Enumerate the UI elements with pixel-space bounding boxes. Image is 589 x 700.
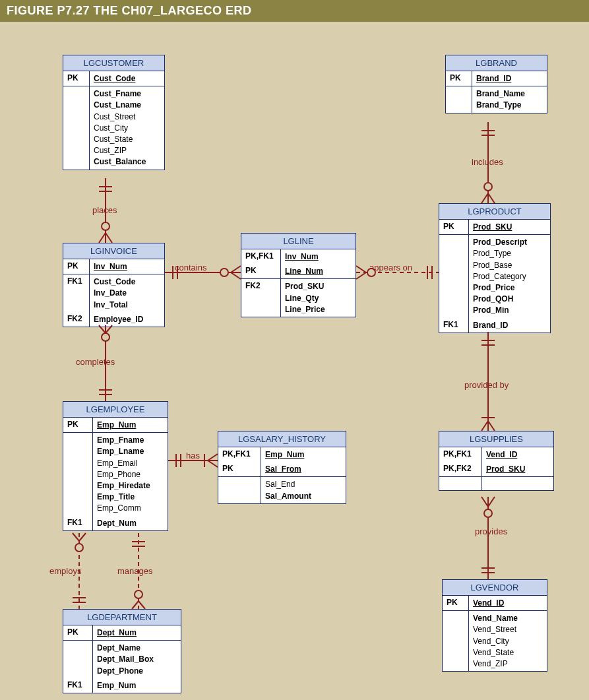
attr: Prod_Type bbox=[473, 248, 546, 259]
pk-label: PK bbox=[446, 71, 472, 86]
key-label: FK2 bbox=[241, 279, 281, 317]
pk-attr: Prod_SKU bbox=[473, 222, 546, 232]
attr: Emp_Lname bbox=[97, 446, 164, 457]
svg-point-39 bbox=[75, 544, 83, 552]
attr: Emp_Phone bbox=[97, 469, 164, 480]
svg-line-52 bbox=[488, 421, 495, 431]
entity-title: LGSUPPLIES bbox=[439, 431, 553, 447]
svg-line-56 bbox=[488, 497, 495, 507]
rel-contains: contains bbox=[175, 263, 206, 272]
entity-title: LGDEPARTMENT bbox=[63, 610, 181, 625]
key-label bbox=[218, 477, 261, 503]
pk-attr: Line_Num bbox=[285, 266, 352, 276]
attr: Brand_Type bbox=[476, 100, 543, 110]
entity-title: LGINVOICE bbox=[63, 243, 164, 259]
entity-title: LGCUSTOMER bbox=[63, 55, 164, 71]
rel-provided-by: provided by bbox=[464, 380, 509, 390]
entity-title: LGLINE bbox=[241, 234, 356, 249]
pk-attr: Vend_ID bbox=[486, 449, 549, 460]
attr: Dept_Name bbox=[97, 643, 177, 653]
entity-title: LGSALARY_HISTORY bbox=[218, 431, 346, 447]
entity-lgvendor: LGVENDOR PK Vend_ID Vend_Name Vend_Stree… bbox=[442, 579, 547, 672]
attr: Cust_Street bbox=[94, 111, 160, 122]
svg-line-55 bbox=[481, 497, 488, 507]
key-label: FK1 bbox=[63, 516, 93, 530]
attr: Prod_QOH bbox=[473, 294, 546, 304]
svg-line-9 bbox=[231, 266, 241, 272]
attr: Cust_Code bbox=[94, 276, 160, 287]
attr: Prod_Min bbox=[473, 305, 546, 315]
pk-label: PK bbox=[63, 625, 93, 640]
attr: Emp_Comm bbox=[97, 503, 164, 513]
pk-label: PK bbox=[63, 71, 90, 86]
pk-attr: Inv_Num bbox=[285, 251, 352, 262]
entity-lgdepartment: LGDEPARTMENT PK Dept_Num Dept_Name Dept_… bbox=[63, 609, 181, 693]
pk-label: PK bbox=[241, 264, 281, 278]
key-label bbox=[439, 235, 469, 317]
entity-lgcustomer: LGCUSTOMER PK Cust_Code Cust_Fname Cust_… bbox=[63, 55, 165, 170]
attr: Cust_State bbox=[94, 134, 160, 144]
key-label: FK1 bbox=[439, 318, 469, 333]
attr: Employee_ID bbox=[94, 314, 160, 325]
rel-appears-on: appears on bbox=[369, 263, 412, 272]
rel-includes: includes bbox=[472, 157, 503, 167]
key-label bbox=[63, 433, 93, 515]
attr: Prod_Category bbox=[473, 271, 546, 282]
attr: Cust_ZIP bbox=[94, 145, 160, 156]
attr: Brand_ID bbox=[473, 320, 546, 331]
attr: Brand_Name bbox=[476, 88, 543, 99]
pk-label: PK bbox=[439, 220, 469, 234]
entity-lgsalary-history: LGSALARY_HISTORY PK,FK1 Emp_Num PK Sal_F… bbox=[218, 431, 346, 504]
attr: Emp_Hiredate bbox=[97, 480, 164, 491]
svg-line-5 bbox=[106, 233, 112, 243]
svg-line-33 bbox=[208, 454, 218, 461]
pk-attr: Emp_Num bbox=[265, 449, 342, 460]
pk-attr: Dept_Num bbox=[97, 627, 177, 638]
svg-line-22 bbox=[481, 193, 488, 203]
svg-line-13 bbox=[356, 266, 366, 272]
key-label bbox=[63, 86, 90, 169]
attr: Line_Qty bbox=[285, 293, 352, 303]
pk-attr: Brand_ID bbox=[476, 73, 543, 84]
attr: Prod_Base bbox=[473, 260, 546, 270]
rel-has: has bbox=[186, 451, 200, 461]
rel-manages: manages bbox=[117, 566, 152, 576]
svg-line-38 bbox=[79, 533, 86, 541]
entity-lgsupplies: LGSUPPLIES PK,FK1 Vend_ID PK,FK2 Prod_SK… bbox=[439, 431, 554, 491]
key-label: FK2 bbox=[63, 312, 90, 327]
pk-attr: Sal_From bbox=[265, 464, 342, 474]
pk-label: PK,FK1 bbox=[218, 447, 261, 462]
attr: Inv_Total bbox=[94, 300, 160, 310]
attr: Sal_Amount bbox=[265, 491, 342, 501]
entity-title: LGVENDOR bbox=[443, 580, 547, 596]
attr: Prod_Descript bbox=[473, 237, 546, 247]
svg-line-47 bbox=[139, 601, 145, 609]
attr: Prod_SKU bbox=[285, 281, 352, 292]
attr: Vend_ZIP bbox=[473, 658, 543, 669]
entity-title: LGPRODUCT bbox=[439, 204, 550, 220]
entity-lgline: LGLINE PK,FK1 Inv_Num PK Line_Num FK2 Pr… bbox=[241, 233, 356, 317]
rel-employs: employs bbox=[49, 566, 81, 576]
svg-point-21 bbox=[484, 183, 492, 191]
attr: Line_Price bbox=[285, 304, 352, 315]
key-label bbox=[63, 641, 93, 678]
rel-places: places bbox=[92, 205, 117, 215]
entity-lgproduct: LGPRODUCT PK Prod_SKU Prod_Descript Prod… bbox=[439, 203, 551, 333]
attr: Emp_Email bbox=[97, 458, 164, 468]
attr: Vend_Name bbox=[473, 613, 543, 623]
pk-label: PK,FK2 bbox=[439, 462, 482, 476]
pk-attr: Prod_SKU bbox=[486, 464, 549, 474]
rel-completes: completes bbox=[76, 357, 115, 367]
key-label bbox=[446, 86, 472, 112]
attr: Cust_City bbox=[94, 123, 160, 133]
attr: Cust_Fname bbox=[94, 88, 160, 99]
svg-line-4 bbox=[99, 233, 106, 243]
attr: Dept_Mail_Box bbox=[97, 654, 177, 664]
pk-label: PK,FK1 bbox=[439, 447, 482, 462]
pk-label: PK bbox=[63, 259, 90, 274]
attr: Prod_Price bbox=[473, 282, 546, 293]
pk-label: PK bbox=[63, 418, 93, 432]
svg-line-51 bbox=[481, 421, 488, 431]
entity-lgbrand: LGBRAND PK Brand_ID Brand_Name Brand_Typ… bbox=[445, 55, 547, 113]
pk-attr: Inv_Num bbox=[94, 261, 160, 272]
